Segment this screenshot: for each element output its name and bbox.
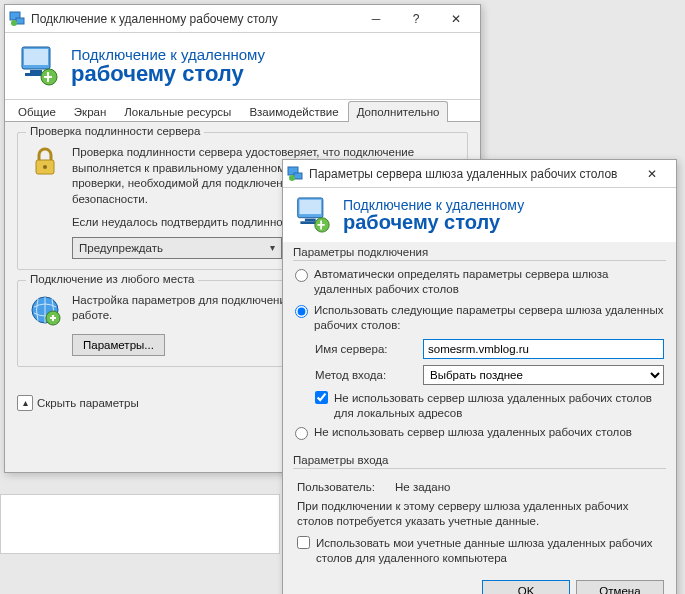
tab-local-resources[interactable]: Локальные ресурсы xyxy=(115,101,240,122)
login-section: Пользователь: Не задано При подключении … xyxy=(293,468,666,572)
svg-point-9 xyxy=(43,165,47,169)
header-banner: Подключение к удаленному рабочему столу xyxy=(283,188,676,242)
server-name-label: Имя сервера: xyxy=(315,343,415,355)
creds-hint: При подключении к этому серверу шлюза уд… xyxy=(297,499,662,530)
rdp-icon xyxy=(287,166,303,182)
chevron-down-icon: ▾ xyxy=(270,242,275,253)
close-button[interactable]: ✕ xyxy=(632,161,672,187)
tab-experience[interactable]: Взаимодействие xyxy=(240,101,347,122)
close-button[interactable]: ✕ xyxy=(436,6,476,32)
dialog-title: Параметры сервера шлюза удаленных рабочи… xyxy=(309,167,632,181)
help-button[interactable]: ? xyxy=(396,6,436,32)
gateway-settings-button[interactable]: Параметры... xyxy=(72,334,165,356)
share-creds-checkbox[interactable] xyxy=(297,536,310,549)
lock-icon xyxy=(28,145,62,179)
titlebar: Подключение к удаленному рабочему столу … xyxy=(5,5,480,33)
svg-point-2 xyxy=(11,20,17,26)
svg-rect-4 xyxy=(24,49,48,65)
radio-use-settings-label: Использовать следующие параметры сервера… xyxy=(314,303,664,333)
banner-line1: Подключение к удаленному xyxy=(71,46,265,63)
radio-no-gateway-label: Не использовать сервер шлюза удаленных р… xyxy=(314,425,632,440)
svg-rect-1 xyxy=(16,18,24,24)
titlebar: Параметры сервера шлюза удаленных рабочи… xyxy=(283,160,676,188)
window-title: Подключение к удаленному рабочему столу xyxy=(31,12,356,26)
bypass-local-label: Не использовать сервер шлюза удаленных р… xyxy=(334,391,664,421)
group-server-auth-title: Проверка подлинности сервера xyxy=(26,125,204,137)
tab-general[interactable]: Общие xyxy=(9,101,65,122)
svg-rect-13 xyxy=(294,173,302,179)
group-connect-anywhere-title: Подключение из любого места xyxy=(26,273,198,285)
user-value: Не задано xyxy=(395,481,450,493)
bypass-local-checkbox[interactable] xyxy=(315,391,328,404)
radio-no-gateway[interactable] xyxy=(295,427,308,440)
minimize-button[interactable]: ─ xyxy=(356,6,396,32)
radio-auto-detect[interactable] xyxy=(295,269,308,282)
conn-section: Автоматически определять параметры серве… xyxy=(293,260,666,450)
rdp-logo-icon xyxy=(19,45,59,87)
chevron-up-icon: ▴ xyxy=(17,395,33,411)
radio-use-settings[interactable] xyxy=(295,305,308,318)
header-banner: Подключение к удаленному рабочему столу xyxy=(5,33,480,99)
tab-display[interactable]: Экран xyxy=(65,101,115,122)
auth-fail-dropdown[interactable]: Предупреждать ▾ xyxy=(72,237,282,259)
svg-rect-16 xyxy=(300,200,322,214)
hide-options-expander[interactable]: ▴ Скрыть параметры xyxy=(17,395,139,411)
tab-advanced[interactable]: Дополнительно xyxy=(348,101,449,122)
share-creds-label: Использовать мои учетные данные шлюза уд… xyxy=(316,536,664,566)
svg-rect-17 xyxy=(305,219,316,222)
user-label: Пользователь: xyxy=(297,481,387,493)
ok-button[interactable]: OK xyxy=(482,580,570,594)
banner-line2: рабочему столу xyxy=(71,61,265,87)
radio-auto-detect-label: Автоматически определять параметры серве… xyxy=(314,267,664,297)
server-name-input[interactable] xyxy=(423,339,664,359)
rdp-icon xyxy=(9,11,25,27)
login-method-select[interactable]: Выбрать позднее xyxy=(423,365,664,385)
cancel-button[interactable]: Отмена xyxy=(576,580,664,594)
banner-line2: рабочему столу xyxy=(343,211,524,234)
conn-section-title: Параметры подключения xyxy=(293,246,666,258)
rdp-logo-icon xyxy=(295,196,331,234)
login-method-label: Метод входа: xyxy=(315,369,415,381)
svg-rect-5 xyxy=(30,70,42,73)
auth-fail-dropdown-value: Предупреждать xyxy=(79,242,163,254)
svg-point-14 xyxy=(289,175,295,181)
gateway-settings-dialog: Параметры сервера шлюза удаленных рабочи… xyxy=(282,159,677,594)
dialog-button-row: OK Отмена xyxy=(283,572,676,594)
tabstrip: Общие Экран Локальные ресурсы Взаимодейс… xyxy=(5,99,480,121)
login-section-title: Параметры входа xyxy=(293,454,666,466)
hide-options-label: Скрыть параметры xyxy=(37,397,139,409)
globe-icon xyxy=(28,293,62,327)
